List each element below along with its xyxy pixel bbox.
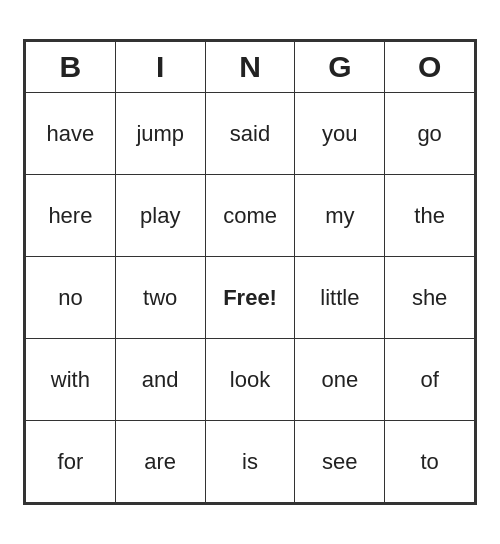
list-item: she	[385, 257, 475, 339]
bingo-table: B I N G O havejumpsaidyougohereplaycomem…	[25, 41, 475, 503]
col-b: B	[26, 42, 116, 93]
list-item: have	[26, 93, 116, 175]
col-o: O	[385, 42, 475, 93]
list-item: you	[295, 93, 385, 175]
list-item: look	[205, 339, 295, 421]
list-item: no	[26, 257, 116, 339]
col-i: I	[115, 42, 205, 93]
list-item: said	[205, 93, 295, 175]
list-item: one	[295, 339, 385, 421]
list-item: are	[115, 421, 205, 503]
list-item: my	[295, 175, 385, 257]
list-item: little	[295, 257, 385, 339]
list-item: to	[385, 421, 475, 503]
bingo-body: havejumpsaidyougohereplaycomemythenotwoF…	[26, 93, 475, 503]
list-item: and	[115, 339, 205, 421]
table-row: notwoFree!littleshe	[26, 257, 475, 339]
list-item: here	[26, 175, 116, 257]
list-item: of	[385, 339, 475, 421]
list-item: see	[295, 421, 385, 503]
list-item: Free!	[205, 257, 295, 339]
table-row: havejumpsaidyougo	[26, 93, 475, 175]
list-item: the	[385, 175, 475, 257]
header-row: B I N G O	[26, 42, 475, 93]
list-item: play	[115, 175, 205, 257]
col-n: N	[205, 42, 295, 93]
list-item: with	[26, 339, 116, 421]
list-item: come	[205, 175, 295, 257]
list-item: two	[115, 257, 205, 339]
list-item: is	[205, 421, 295, 503]
table-row: hereplaycomemythe	[26, 175, 475, 257]
list-item: for	[26, 421, 116, 503]
list-item: jump	[115, 93, 205, 175]
table-row: forareisseeto	[26, 421, 475, 503]
list-item: go	[385, 93, 475, 175]
bingo-card: B I N G O havejumpsaidyougohereplaycomem…	[23, 39, 477, 505]
table-row: withandlookoneof	[26, 339, 475, 421]
col-g: G	[295, 42, 385, 93]
